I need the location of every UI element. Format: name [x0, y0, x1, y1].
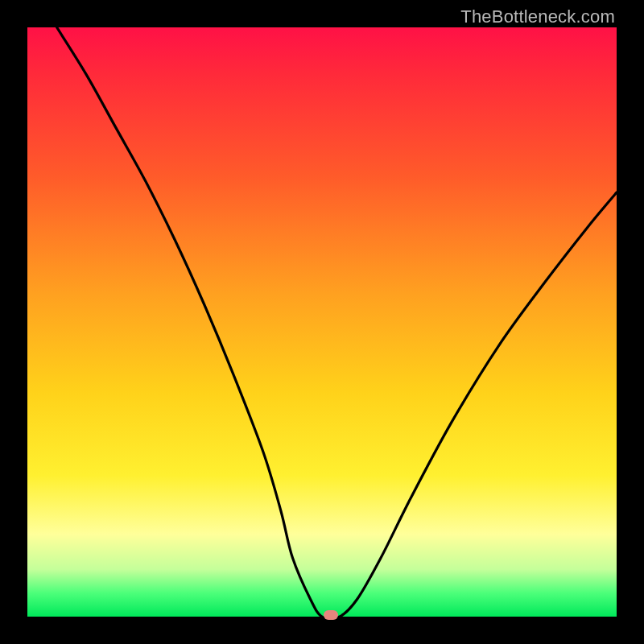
plot-area [27, 27, 617, 617]
watermark-text: TheBottleneck.com [460, 6, 615, 27]
bottleneck-curve [27, 27, 617, 617]
chart-frame: TheBottleneck.com [0, 0, 644, 644]
optimal-point-marker [324, 610, 338, 620]
